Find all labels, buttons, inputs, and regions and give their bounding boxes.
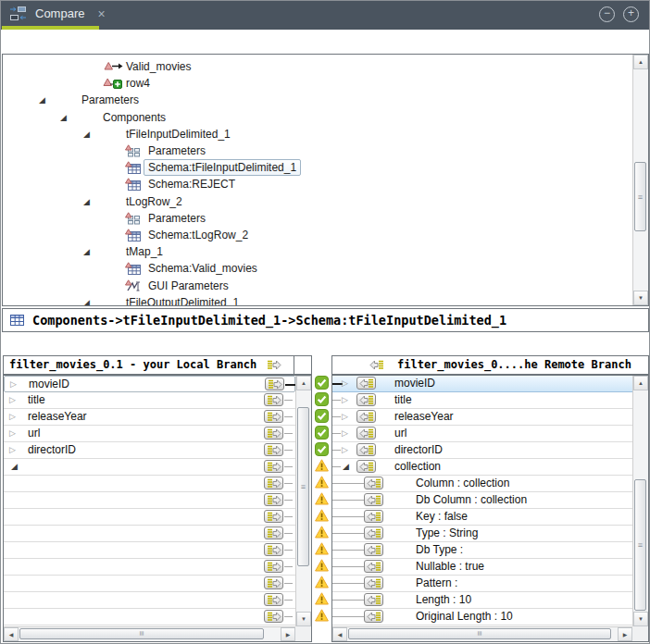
remote-row-collection[interactable]: ◢collection xyxy=(332,459,632,476)
copy-to-remote-button[interactable] xyxy=(264,410,283,423)
remote-property-column[interactable]: Column : collection xyxy=(332,476,632,492)
scroll-up-button[interactable]: ▲ xyxy=(633,55,648,69)
copy-to-local-button[interactable] xyxy=(364,477,383,489)
local-row-empty-9[interactable] xyxy=(4,509,295,526)
remote-property-type[interactable]: Type : String xyxy=(332,526,632,542)
scroll-up-button[interactable]: ▲ xyxy=(633,376,648,390)
local-row-empty-14[interactable] xyxy=(4,592,295,609)
copy-to-remote-button[interactable] xyxy=(264,460,283,473)
local-row-empty-12[interactable] xyxy=(4,559,295,576)
collapse-icon[interactable]: ◢ xyxy=(343,459,349,475)
remote-row-directorid[interactable]: ▷directorID xyxy=(332,442,632,459)
tree-item-components[interactable]: ◢Components xyxy=(3,109,632,126)
copy-to-remote-button[interactable] xyxy=(264,427,283,440)
copy-to-remote-button[interactable] xyxy=(264,393,283,406)
scroll-right-button[interactable]: ▶ xyxy=(618,627,632,641)
tree-item-parameters[interactable]: Parameters xyxy=(3,142,632,159)
local-row-empty-8[interactable] xyxy=(4,492,295,509)
copy-to-local-button[interactable] xyxy=(364,610,383,623)
copy-to-local-button[interactable] xyxy=(364,526,383,539)
tree-item-schema-valid-movies[interactable]: Schema:Valid_movies xyxy=(3,260,632,277)
remote-property-key[interactable]: Key : false xyxy=(332,509,632,526)
tree-scrollbar[interactable]: ▲≡▼ xyxy=(632,55,648,305)
scrollbar-thumb[interactable]: ≡ xyxy=(634,162,646,231)
copy-to-local-button[interactable] xyxy=(364,560,383,573)
scroll-down-button[interactable]: ▼ xyxy=(296,612,311,626)
copy-to-remote-button[interactable] xyxy=(264,477,283,489)
tree-item-parameters[interactable]: ◢Parameters xyxy=(3,92,632,108)
tree-item-tfileinputdelimited-1[interactable]: ◢tFileInputDelimited_1 xyxy=(3,126,632,142)
collapse-icon[interactable]: ◢ xyxy=(11,459,18,475)
local-row-title[interactable]: ▷title xyxy=(4,392,295,409)
scroll-up-button[interactable]: ▲ xyxy=(296,376,311,390)
remote-row-title[interactable]: ▷title xyxy=(332,392,632,409)
remote-property-length[interactable]: Length : 10 xyxy=(332,592,632,609)
copy-to-local-button[interactable] xyxy=(356,460,376,473)
scrollbar-thumb[interactable]: ≡ xyxy=(297,407,309,566)
expander-icon[interactable]: ◢ xyxy=(83,126,90,142)
copy-to-local-button[interactable] xyxy=(356,410,376,423)
close-icon[interactable]: × xyxy=(97,6,105,21)
copy-to-remote-button[interactable] xyxy=(264,610,283,623)
expander-icon[interactable]: ◢ xyxy=(83,243,90,260)
remote-vertical-scrollbar[interactable]: ▲≡▼ xyxy=(632,376,648,626)
maximize-button[interactable]: + xyxy=(623,6,639,22)
local-row-empty-15[interactable] xyxy=(4,609,295,625)
tab-compare[interactable]: Compare × xyxy=(1,1,115,26)
copy-to-remote-button[interactable] xyxy=(264,593,283,606)
expand-icon[interactable]: ▷ xyxy=(342,392,348,408)
local-row-movieid[interactable]: ▷movieID xyxy=(4,376,295,392)
local-row-empty-10[interactable] xyxy=(4,526,295,542)
local-row-url[interactable]: ▷url xyxy=(4,426,295,442)
scrollbar-thumb[interactable]: ≡ xyxy=(348,628,611,639)
tree-item-tmap-1[interactable]: ◢tMap_1 xyxy=(3,243,632,260)
local-vertical-scrollbar[interactable]: ▲≡▼ xyxy=(295,376,311,626)
expand-icon[interactable]: ▷ xyxy=(342,426,348,441)
tree-item-row4[interactable]: row4 xyxy=(3,75,632,92)
remote-property-db-column[interactable]: Db Column : collection xyxy=(332,492,632,509)
minimize-button[interactable]: − xyxy=(599,6,615,22)
expand-icon[interactable]: ▷ xyxy=(342,409,348,425)
copy-to-local-button[interactable] xyxy=(364,510,383,523)
expander-icon[interactable]: ◢ xyxy=(39,92,45,108)
remote-property-original-length[interactable]: Original Length : 10 xyxy=(332,609,632,625)
copy-to-local-button[interactable] xyxy=(364,593,383,606)
scrollbar-thumb[interactable]: ≡ xyxy=(19,628,264,639)
expand-icon[interactable]: ▷ xyxy=(9,426,16,441)
remote-property-nullable[interactable]: Nullable : true xyxy=(332,559,632,576)
scroll-down-button[interactable]: ▼ xyxy=(633,612,648,626)
local-row-empty-7[interactable] xyxy=(4,476,295,492)
expander-icon[interactable]: ◢ xyxy=(83,294,90,305)
tree-item-schema-reject[interactable]: Schema:REJECT xyxy=(3,176,632,192)
tree-item-gui-parameters[interactable]: GUI Parameters xyxy=(3,278,632,294)
copy-to-local-button[interactable] xyxy=(356,443,376,456)
expand-icon[interactable]: ▷ xyxy=(9,392,16,408)
remote-property-pattern[interactable]: Pattern : xyxy=(332,576,632,592)
local-row-directorid[interactable]: ▷directorID xyxy=(4,442,295,459)
copy-to-local-button[interactable] xyxy=(356,393,376,406)
scroll-right-button[interactable]: ▶ xyxy=(281,627,295,641)
copy-to-local-button[interactable] xyxy=(364,493,383,506)
tree-item-schema-tlogrow-2[interactable]: Schema:tLogRow_2 xyxy=(3,227,632,243)
local-row-empty-13[interactable] xyxy=(4,576,295,592)
copy-to-remote-button[interactable] xyxy=(264,560,283,573)
copy-all-left-icon[interactable] xyxy=(369,360,384,370)
local-horizontal-scrollbar[interactable]: ◀≡▶ xyxy=(4,626,295,641)
remote-horizontal-scrollbar[interactable]: ◀≡▶ xyxy=(332,626,632,641)
remote-property-db-type[interactable]: Db Type : xyxy=(332,542,632,559)
scroll-down-button[interactable]: ▼ xyxy=(633,291,648,305)
tree-item-parameters[interactable]: Parameters xyxy=(3,210,632,227)
copy-to-remote-button[interactable] xyxy=(265,378,284,390)
copy-to-remote-button[interactable] xyxy=(264,510,283,523)
remote-row-url[interactable]: ▷url xyxy=(332,426,632,442)
copy-to-local-button[interactable] xyxy=(356,377,376,390)
tree-item-valid-movies[interactable]: Valid_movies xyxy=(3,58,632,75)
local-row-releaseyear[interactable]: ▷releaseYear xyxy=(4,409,295,426)
copy-to-local-button[interactable] xyxy=(356,427,376,440)
expand-icon[interactable]: ▷ xyxy=(342,442,348,458)
local-row-empty-6[interactable]: ◢ xyxy=(4,459,295,476)
copy-to-remote-button[interactable] xyxy=(264,576,283,589)
copy-to-remote-button[interactable] xyxy=(264,493,283,506)
copy-to-local-button[interactable] xyxy=(364,543,383,556)
scroll-left-button[interactable]: ◀ xyxy=(4,627,19,641)
